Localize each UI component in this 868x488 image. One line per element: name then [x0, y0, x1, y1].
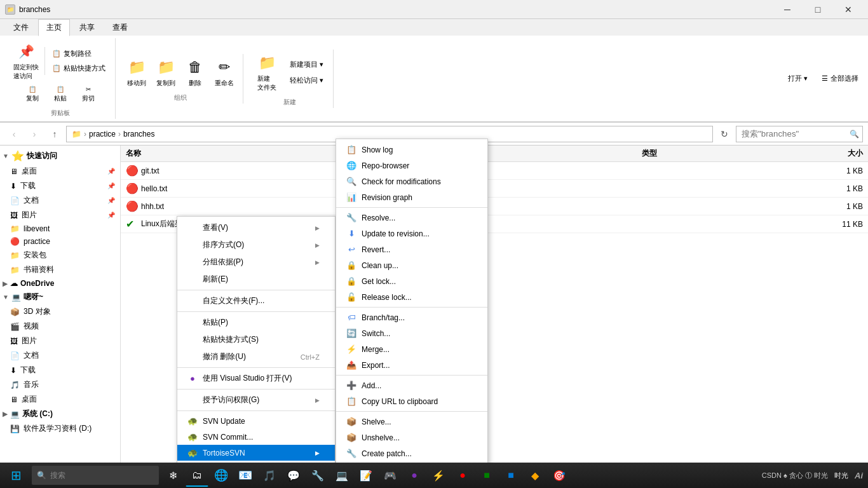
cleanup-icon: 🔒: [346, 261, 356, 270]
ctx-branch-tag[interactable]: 🏷 Branch/tag...: [336, 309, 487, 325]
group-arrow: ▶: [315, 259, 320, 266]
ctx-cleanup[interactable]: 🔒 Clean up...: [336, 257, 487, 273]
ctx-copy-url[interactable]: 📋 Copy URL to clipboard: [336, 393, 487, 409]
taskbar-app-app6[interactable]: ◆: [524, 464, 546, 487]
ctx-refresh[interactable]: 刷新(E): [177, 271, 335, 288]
ctx-show-log[interactable]: 📋 Show log: [336, 142, 487, 158]
start-button[interactable]: ⊞: [0, 463, 32, 488]
ctx-switch[interactable]: 🔄 Switch...: [336, 325, 487, 341]
ctx-svn-commit-label: SVN Commit...: [203, 433, 253, 442]
switch-icon: 🔄: [346, 329, 356, 338]
taskbar-app-explorer[interactable]: 🗂: [186, 464, 208, 487]
taskbar-app-app1[interactable]: ●: [403, 464, 426, 487]
ctx-repo-browser[interactable]: 🌐 Repo-browser: [336, 158, 487, 173]
ctx-svn-update-label: SVN Update: [203, 417, 245, 426]
taskbar-search-icon: 🔍: [37, 471, 46, 480]
sep4: [177, 389, 335, 390]
ctx-show-log-label: Show log: [362, 146, 393, 154]
view-arrow: ▶: [315, 225, 320, 231]
ctx-release-lock[interactable]: 🔓 Release lock...: [336, 289, 487, 305]
ctx-undo[interactable]: 撤消 删除(U) Ctrl+Z: [177, 348, 335, 365]
ctx-revision-graph[interactable]: 📊 Revision graph: [336, 189, 487, 205]
ctx-paste-label: 粘贴(P): [203, 317, 228, 328]
taskbar-app-chat[interactable]: 💬: [282, 464, 305, 487]
taskbar-app-editor[interactable]: 📝: [355, 464, 377, 487]
context-menu-layer: 查看(V) ▶ 排序方式(O) ▶ 分组依据(P) ▶ 刷新(E): [0, 0, 868, 488]
ctx-add[interactable]: ➕ Add...: [336, 377, 487, 393]
ctx-sort-label: 排序方式(O): [203, 240, 244, 250]
branch-tag-icon: 🏷: [346, 313, 356, 322]
release-lock-icon: 🔓: [346, 292, 356, 302]
taskbar-app-tool1[interactable]: 🔧: [306, 464, 329, 487]
taskbar-app-mail[interactable]: 📧: [234, 464, 257, 487]
taskbar-items: ❄ 🗂 🌐 📧 🎵 💬 🔧 💻 📝 🎮 ● ⚡ ● ■ ■ ◆ 🎯: [159, 463, 757, 488]
ctx-update-revision[interactable]: ⬇ Update to revision...: [336, 226, 487, 241]
taskbar-app-app7[interactable]: 🎯: [548, 464, 571, 487]
sep5: [177, 410, 335, 411]
taskbar-app-browser[interactable]: 🌐: [210, 464, 233, 487]
ctx-sort[interactable]: 排序方式(O) ▶: [177, 236, 335, 254]
ctx-undo-label: 撤消 删除(U): [203, 351, 246, 362]
ctx-unshelve-label: Unshelve...: [362, 433, 400, 442]
unshelve-icon: 📦: [346, 433, 356, 442]
sep2: [177, 311, 335, 312]
ctx-export[interactable]: 📤 Export...: [336, 357, 487, 373]
ctx-resolve-label: Resolve...: [362, 214, 395, 222]
ctx-export-label: Export...: [362, 361, 390, 370]
ctx-group-label: 分组依据(P): [203, 257, 243, 268]
ctx-get-lock-label: Get lock...: [362, 277, 396, 286]
ctx-svn-commit[interactable]: 🐢 SVN Commit...: [177, 429, 335, 445]
ctx-shelve[interactable]: 📦 Shelve...: [336, 414, 487, 430]
taskbar-search-box[interactable]: 🔍 搜索: [32, 466, 159, 485]
ctx-create-patch[interactable]: 🔧 Create patch...: [336, 445, 487, 461]
svn-sep4: [336, 411, 487, 412]
svn-sep3: [336, 375, 487, 376]
svn-sep2: [336, 307, 487, 308]
ctx-check-modifications[interactable]: 🔍 Check for modifications: [336, 173, 487, 189]
ctx-branch-tag-label: Branch/tag...: [362, 313, 405, 322]
ctx-group[interactable]: 分组依据(P) ▶: [177, 254, 335, 271]
ctx-shelve-label: Shelve...: [362, 417, 391, 426]
ctx-view[interactable]: 查看(V) ▶: [177, 219, 335, 236]
taskbar-app-app5[interactable]: ■: [499, 464, 522, 487]
svn-sep1: [336, 207, 487, 208]
windows-logo: ⊞: [11, 468, 22, 483]
taskbar-time: 时光: [834, 471, 848, 480]
ctx-svn-update[interactable]: 🐢 SVN Update: [177, 413, 335, 429]
ctx-resolve[interactable]: 🔧 Resolve...: [336, 210, 487, 226]
svn-commit-icon: 🐢: [187, 432, 198, 442]
ctx-unshelve[interactable]: 📦 Unshelve...: [336, 430, 487, 445]
copy-url-icon: 📋: [346, 396, 356, 406]
taskbar-app-vscode[interactable]: 💻: [330, 464, 353, 487]
ai-label: Ai: [855, 471, 863, 480]
taskbar-clock[interactable]: 时光: [832, 471, 851, 480]
taskbar-app-app4[interactable]: ■: [475, 464, 498, 487]
ctx-vsstudio-label: 使用 Visual Studio 打开(V): [203, 373, 292, 384]
sep1: [177, 290, 335, 290]
taskbar: ⊞ 🔍 搜索 ❄ 🗂 🌐 📧 🎵 💬 🔧 💻 📝 🎮 ● ⚡ ● ■ ■ ◆ 🎯…: [0, 463, 868, 488]
ctx-grant[interactable]: 授予访问权限(G) ▶: [177, 391, 335, 409]
ctx-customize[interactable]: 自定义文件夹(F)...: [177, 292, 335, 309]
taskbar-app-app3[interactable]: ●: [451, 464, 474, 487]
ctx-paste[interactable]: 粘贴(P): [177, 314, 335, 331]
ctx-tortoisesvn[interactable]: 🐢 TortoiseSVN ▶: [177, 445, 335, 461]
svn-update-icon: 🐢: [187, 416, 198, 426]
ctx-merge[interactable]: ⚡ Merge...: [336, 341, 487, 357]
svn-context-menu: 📋 Show log 🌐 Repo-browser 🔍 Check for mo…: [336, 139, 488, 488]
ctx-cleanup-label: Clean up...: [362, 261, 398, 270]
sort-arrow: ▶: [315, 242, 320, 248]
taskbar-app-app2[interactable]: ⚡: [427, 464, 450, 487]
taskbar-app-game[interactable]: 🎮: [379, 464, 402, 487]
ctx-update-revision-label: Update to revision...: [362, 229, 430, 238]
ctx-vsstudio[interactable]: ● 使用 Visual Studio 打开(V): [177, 370, 335, 387]
taskbar-app-media[interactable]: 🎵: [258, 464, 281, 487]
show-log-icon: 📋: [346, 145, 356, 154]
taskbar-app-taskview[interactable]: ❄: [161, 464, 184, 487]
add-icon: ➕: [346, 381, 356, 390]
ctx-paste-shortcut[interactable]: 粘贴快捷方式(S): [177, 331, 335, 348]
ctx-get-lock[interactable]: 🔒 Get lock...: [336, 273, 487, 289]
vs-icon: ●: [187, 374, 198, 383]
ctx-merge-label: Merge...: [362, 345, 390, 354]
ctx-revert[interactable]: ↩ Revert...: [336, 241, 487, 257]
check-mod-icon: 🔍: [346, 177, 356, 186]
